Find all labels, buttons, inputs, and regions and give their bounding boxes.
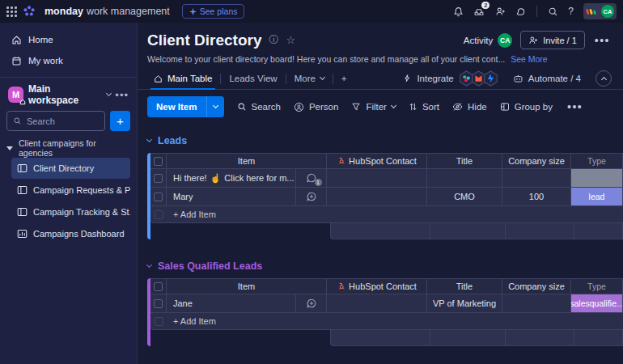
workspace-chevron-down-icon[interactable] <box>105 91 111 96</box>
new-item-dropdown[interactable] <box>206 96 224 117</box>
item-cell[interactable]: Mary <box>167 188 296 206</box>
home-icon <box>154 74 163 83</box>
person-filter-tool[interactable]: Person <box>294 102 338 112</box>
group-collapse-chevron-icon[interactable] <box>146 262 152 268</box>
group-collapse-chevron-icon[interactable] <box>146 137 152 142</box>
title-cell[interactable] <box>427 169 502 188</box>
tab-leads-view[interactable]: Leads View <box>222 68 283 89</box>
row-checkbox[interactable] <box>154 299 163 308</box>
collapse-header-button[interactable] <box>595 70 612 87</box>
integrate-button[interactable]: Integrate <box>402 74 453 83</box>
marketplace-icon[interactable] <box>515 6 527 17</box>
board-favorite-star-icon[interactable]: ☆ <box>286 34 295 46</box>
column-header-type[interactable]: Type <box>571 153 623 169</box>
hubspot-cell[interactable] <box>327 169 427 188</box>
sidebar-search-box[interactable] <box>6 111 105 131</box>
updates-bubble-icon[interactable]: 1 <box>306 172 317 184</box>
table-row[interactable]: Jane VP of Marketing salesqualifie... <box>150 294 623 313</box>
inbox-badge: 2 <box>481 2 490 9</box>
column-header-hubspot[interactable]: HubSpot Contact <box>327 153 427 169</box>
see-more-link[interactable]: See More <box>511 54 548 64</box>
title-cell[interactable]: CMO <box>427 188 502 206</box>
sidebar-board-campaigns-dashboard[interactable]: Campaigns Dashboard <box>11 223 130 244</box>
type-status-cell[interactable]: salesqualifie... <box>571 294 622 312</box>
sidebar-add-button[interactable]: + <box>110 111 130 131</box>
sidebar-board-client-directory[interactable]: Client Directory <box>11 158 130 179</box>
search-tool[interactable]: Search <box>237 102 281 112</box>
new-item-button[interactable]: New Item <box>147 96 224 117</box>
select-all-checkbox[interactable] <box>154 282 163 291</box>
sidebar-board-campaign-tracking[interactable]: Campaign Tracking & St... <box>11 201 130 222</box>
sidebar-search-input[interactable] <box>27 116 91 126</box>
hubspot-cell[interactable] <box>327 294 427 313</box>
add-item-row[interactable]: + Add Item <box>150 313 623 330</box>
table-header-row: Item HubSpot Contact Title Company size … <box>150 278 623 294</box>
invite-label: Invite / 1 <box>543 36 577 45</box>
invite-members-icon[interactable] <box>494 6 506 17</box>
group-by-tool[interactable]: Group by <box>500 102 553 112</box>
apps-grid-icon[interactable] <box>6 6 17 17</box>
item-cell[interactable]: Jane <box>167 294 296 313</box>
column-header-title[interactable]: Title <box>427 278 502 294</box>
title-cell[interactable]: VP of Marketing <box>427 294 502 313</box>
board-info-icon[interactable]: ⓘ <box>269 33 278 47</box>
pointing-hand-emoji: ☝ <box>210 173 222 184</box>
sidebar-divider <box>0 77 137 78</box>
company-size-cell[interactable] <box>502 294 571 313</box>
hide-tool[interactable]: Hide <box>452 102 487 112</box>
add-view-button[interactable]: + <box>335 68 354 89</box>
tab-more[interactable]: More <box>288 68 331 89</box>
notifications-bell-icon[interactable] <box>452 6 464 17</box>
group-heading-leads[interactable]: Leads <box>147 135 623 146</box>
row-checkbox[interactable] <box>154 193 163 201</box>
type-status-cell[interactable]: lead <box>571 188 622 205</box>
tab-main-table[interactable]: Main Table <box>147 68 218 89</box>
user-avatar[interactable]: CA <box>601 5 614 18</box>
row-checkbox[interactable] <box>154 174 163 183</box>
column-header-title[interactable]: Title <box>427 153 502 169</box>
board-label: Campaign Requests & Pl... <box>33 185 130 195</box>
sidebar-item-home[interactable]: Home <box>6 29 130 50</box>
company-size-cell[interactable] <box>502 169 571 188</box>
automate-button[interactable]: Automate / 4 <box>513 74 581 83</box>
search-icon[interactable] <box>547 6 558 17</box>
sidebar-board-campaign-requests[interactable]: Campaign Requests & Pl... <box>11 180 130 201</box>
toolbar-more-dots[interactable]: ••• <box>566 100 584 113</box>
activity-button[interactable]: Activity CA <box>464 33 512 48</box>
column-header-item[interactable]: Item <box>167 153 327 169</box>
hubspot-cell[interactable] <box>327 188 427 206</box>
table-row[interactable]: Hi there! ☝ Click here for m... 1 <box>150 169 623 188</box>
group-heading-sales-qualified-leads[interactable]: Sales Qualified Leads <box>147 260 623 272</box>
select-all-checkbox[interactable] <box>154 157 163 166</box>
my-work-icon <box>11 56 22 66</box>
item-cell[interactable]: Hi there! ☝ Click here for m... <box>167 169 296 188</box>
board-toolbar: New Item Search Person Filter Sort <box>138 90 623 124</box>
column-header-hubspot[interactable]: HubSpot Contact <box>327 278 427 294</box>
company-size-cell[interactable]: 100 <box>502 188 571 206</box>
table-row[interactable]: Mary CMO 100 lead <box>150 188 623 206</box>
column-header-label: HubSpot Contact <box>349 156 417 166</box>
invite-button[interactable]: Invite / 1 <box>520 31 585 49</box>
workspace-menu-dots[interactable]: ••• <box>115 89 129 101</box>
see-plans-button[interactable]: See plans <box>182 4 245 19</box>
inbox-icon[interactable]: 2 <box>473 6 485 17</box>
workspace-switcher[interactable]: M Main workspace ••• <box>6 83 130 106</box>
filter-tool[interactable]: Filter <box>351 102 396 112</box>
folder-client-campaigns[interactable]: Client campaigns for agencies <box>6 139 130 157</box>
chevron-down-icon <box>320 74 325 80</box>
sort-tool[interactable]: Sort <box>409 102 439 112</box>
sidebar-item-my-work[interactable]: My work <box>6 50 130 71</box>
profile-pill[interactable]: CA <box>583 3 617 19</box>
help-icon[interactable]: ? <box>568 6 574 17</box>
column-header-item[interactable]: Item <box>167 278 327 294</box>
column-header-company-size[interactable]: Company size <box>502 278 571 294</box>
column-header-company-size[interactable]: Company size <box>502 153 571 169</box>
add-update-bubble-icon[interactable] <box>306 191 317 202</box>
column-header-type[interactable]: Type <box>571 278 623 294</box>
integration-app-icons[interactable] <box>462 70 498 87</box>
item-text: Hi there! <box>173 173 207 183</box>
type-status-cell[interactable] <box>571 169 622 187</box>
board-menu-dots[interactable]: ••• <box>593 34 612 47</box>
add-update-bubble-icon[interactable] <box>306 298 317 309</box>
add-item-row[interactable]: + Add Item <box>150 206 623 223</box>
